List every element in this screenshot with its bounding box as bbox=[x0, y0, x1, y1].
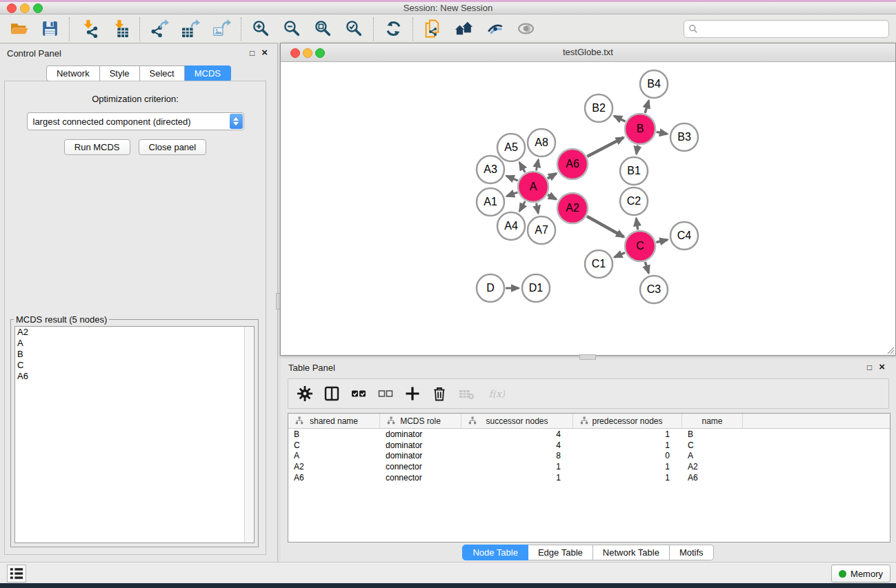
edge-C-C2[interactable] bbox=[636, 219, 637, 230]
tab-select[interactable]: Select bbox=[140, 65, 185, 81]
search-box[interactable] bbox=[684, 20, 889, 38]
refresh-layout-icon[interactable] bbox=[384, 19, 403, 38]
result-scrollbar[interactable] bbox=[244, 327, 254, 543]
node-A8[interactable]: A8 bbox=[528, 129, 555, 156]
tab-network-table[interactable]: Network Table bbox=[593, 545, 670, 560]
node-A4[interactable]: A4 bbox=[497, 212, 525, 240]
node-B3[interactable]: B3 bbox=[670, 123, 698, 151]
edge-A-A5[interactable] bbox=[519, 163, 525, 172]
table-panel-float-icon[interactable]: □ bbox=[867, 363, 872, 372]
mcds-result-list[interactable]: A2ABCA6 bbox=[14, 326, 255, 543]
edge-B-B4[interactable] bbox=[645, 101, 649, 113]
import-table-icon[interactable] bbox=[111, 19, 130, 38]
edge-A-A7[interactable] bbox=[537, 203, 539, 214]
mcds-result-item[interactable]: B bbox=[15, 349, 254, 360]
edge-A2-C[interactable] bbox=[587, 216, 624, 237]
column-header-name[interactable]: name bbox=[682, 414, 743, 428]
control-panel-close-icon[interactable]: × bbox=[261, 48, 268, 58]
node-D1[interactable]: D1 bbox=[522, 274, 550, 302]
run-mcds-button[interactable]: Run MCDS bbox=[64, 139, 130, 155]
column-header-predecessor-nodes[interactable]: predecessor nodes bbox=[573, 414, 682, 428]
preview-icon[interactable] bbox=[486, 19, 504, 38]
zoom-in-icon[interactable] bbox=[252, 19, 270, 38]
node-A1[interactable]: A1 bbox=[477, 188, 504, 216]
import-network-icon[interactable] bbox=[80, 19, 99, 38]
node-D[interactable]: D bbox=[477, 274, 504, 302]
criterion-dropdown[interactable]: largest connected component (directed) bbox=[27, 112, 244, 130]
node-C[interactable]: C bbox=[625, 231, 655, 261]
node-B2[interactable]: B2 bbox=[585, 94, 613, 122]
edge-C-C3[interactable] bbox=[645, 262, 648, 273]
search-input[interactable] bbox=[698, 22, 888, 36]
table-column-view-icon[interactable] bbox=[323, 385, 340, 402]
create-column-icon[interactable] bbox=[404, 385, 421, 402]
memory-button[interactable]: Memory bbox=[831, 565, 890, 582]
table-row[interactable]: Bdominator41B bbox=[288, 429, 890, 440]
table-row[interactable]: Cdominator41C bbox=[288, 440, 890, 451]
tab-mcds[interactable]: MCDS bbox=[185, 65, 231, 81]
edge-B-B1[interactable] bbox=[637, 145, 638, 154]
edge-A-A2[interactable] bbox=[548, 195, 556, 200]
mcds-result-item[interactable]: A bbox=[15, 338, 254, 349]
node-C2[interactable]: C2 bbox=[620, 187, 648, 215]
node-B1[interactable]: B1 bbox=[620, 157, 648, 185]
table-panel-close-icon[interactable]: × bbox=[879, 363, 885, 372]
node-B[interactable]: B bbox=[625, 114, 655, 144]
control-panel-float-icon[interactable]: □ bbox=[250, 48, 255, 58]
tab-style[interactable]: Style bbox=[100, 65, 140, 81]
table-row[interactable]: A2connector11A2 bbox=[288, 461, 890, 472]
select-all-columns-icon[interactable] bbox=[350, 385, 367, 402]
tab-network[interactable]: Network bbox=[46, 65, 100, 81]
open-file-icon[interactable] bbox=[10, 19, 28, 38]
export-network-icon[interactable] bbox=[150, 19, 169, 38]
close-panel-button[interactable]: Close panel bbox=[139, 139, 207, 155]
delete-columns-icon[interactable] bbox=[431, 385, 448, 402]
zoom-fit-icon[interactable] bbox=[314, 19, 332, 38]
edge-C-C1[interactable] bbox=[615, 253, 625, 258]
edge-A-A1[interactable] bbox=[507, 192, 518, 196]
tab-motifs[interactable]: Motifs bbox=[670, 545, 714, 560]
edge-A-A6[interactable] bbox=[548, 174, 557, 179]
settings-gear-icon[interactable] bbox=[297, 385, 313, 402]
mcds-result-item[interactable]: A6 bbox=[15, 371, 254, 382]
node-A5[interactable]: A5 bbox=[497, 134, 525, 161]
save-session-icon[interactable] bbox=[41, 19, 59, 38]
node-A7[interactable]: A7 bbox=[528, 216, 555, 244]
edge-C-C4[interactable] bbox=[656, 240, 667, 243]
edge-A-A3[interactable] bbox=[506, 176, 518, 181]
table-row[interactable]: A6connector11A6 bbox=[288, 472, 890, 483]
edge-A-A4[interactable] bbox=[519, 201, 525, 211]
node-C4[interactable]: C4 bbox=[670, 222, 698, 250]
network-canvas[interactable]: ABCA2A6A1A3A4A5A7A8B1B2B3B4C1C2C3C4DD1 bbox=[281, 62, 895, 355]
edge-A-A8[interactable] bbox=[536, 160, 538, 171]
network-graph[interactable]: ABCA2A6A1A3A4A5A7A8B1B2B3B4C1C2C3C4DD1 bbox=[281, 62, 894, 354]
column-header-shared-name[interactable]: shared name bbox=[288, 414, 380, 428]
task-history-button[interactable] bbox=[7, 565, 26, 582]
node-C3[interactable]: C3 bbox=[640, 276, 668, 303]
node-A3[interactable]: A3 bbox=[477, 156, 504, 183]
node-A6[interactable]: A6 bbox=[557, 149, 588, 179]
edge-A6-B[interactable] bbox=[587, 138, 624, 156]
edge-B-B2[interactable] bbox=[614, 116, 625, 121]
zoom-out-icon[interactable] bbox=[283, 19, 301, 38]
node-A[interactable]: A bbox=[518, 172, 548, 202]
export-table-icon[interactable] bbox=[181, 19, 200, 38]
node-B4[interactable]: B4 bbox=[640, 70, 668, 98]
export-image-icon[interactable] bbox=[212, 19, 231, 38]
unselect-all-columns-icon[interactable] bbox=[377, 385, 394, 402]
mcds-result-item[interactable]: C bbox=[15, 360, 254, 371]
network-window-titlebar[interactable]: testGlobe.txt bbox=[281, 43, 895, 62]
edge-B-B3[interactable] bbox=[657, 132, 668, 134]
column-header-MCDS-role[interactable]: MCDS role bbox=[380, 414, 461, 428]
home-layout-icon[interactable] bbox=[455, 19, 473, 38]
node-table[interactable]: shared nameMCDS rolesuccessor nodesprede… bbox=[288, 413, 890, 543]
copy-network-icon[interactable] bbox=[424, 19, 442, 38]
column-header-successor-nodes[interactable]: successor nodes bbox=[461, 414, 573, 428]
node-A2[interactable]: A2 bbox=[557, 193, 588, 223]
tab-edge-table[interactable]: Edge Table bbox=[528, 545, 593, 560]
table-row[interactable]: Adominator80A bbox=[288, 451, 890, 462]
tab-node-table[interactable]: Node Table bbox=[462, 545, 528, 560]
mcds-result-item[interactable]: A2 bbox=[15, 327, 254, 338]
window-resize-grip[interactable] bbox=[885, 345, 895, 354]
node-C1[interactable]: C1 bbox=[585, 250, 613, 278]
